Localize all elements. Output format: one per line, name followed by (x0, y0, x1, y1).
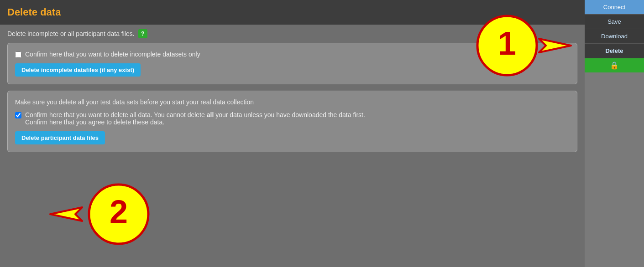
lock-bar[interactable]: 🔒 (585, 58, 644, 72)
delete-participant-button[interactable]: Delete participant data files (15, 131, 105, 144)
top-navigation: Connect Save Download Delete 🔒 (585, 0, 644, 72)
nav-save[interactable]: Save (585, 15, 644, 29)
panel2-notice: Make sure you delete all your test data … (15, 98, 570, 106)
panel1-checkbox-label: Confirm here that you want to delete inc… (25, 51, 200, 58)
panel2-checkbox[interactable] (15, 112, 21, 118)
nav-delete[interactable]: Delete (585, 44, 644, 58)
panel2-checkbox-label: Confirm here that you want to delete all… (25, 111, 365, 126)
panel1-row: Confirm here that you want to delete inc… (15, 51, 570, 58)
panels-container: Confirm here that you want to delete inc… (0, 43, 585, 267)
panel2-label-bold: all (207, 111, 214, 118)
description-text: Delete incomplete or all participant dat… (7, 30, 135, 37)
panel1-checkbox[interactable] (15, 51, 21, 58)
nav-connect[interactable]: Connect (585, 0, 644, 15)
panel2-row: Confirm here that you want to delete all… (15, 111, 570, 126)
description-row: Delete incomplete or all participant dat… (0, 25, 585, 43)
panel-all-data: Make sure you delete all your test data … (7, 91, 577, 152)
panel2-label-text3: Confirm here that you agree to delete th… (25, 118, 164, 126)
delete-incomplete-button[interactable]: Delete incomplete datafiles (if any exis… (15, 63, 141, 77)
nav-download[interactable]: Download (585, 29, 644, 44)
page-header: Delete data (0, 0, 585, 25)
page-title: Delete data (7, 6, 61, 18)
panel2-label-text1: Confirm here that you want to delete all… (25, 111, 207, 118)
main-content-area: Delete data Delete incomplete or all par… (0, 0, 585, 267)
panel-incomplete: Confirm here that you want to delete inc… (7, 43, 577, 84)
help-badge[interactable]: ? (138, 29, 147, 38)
panel2-label-text2: your data unless you have downloaded the… (214, 111, 365, 118)
